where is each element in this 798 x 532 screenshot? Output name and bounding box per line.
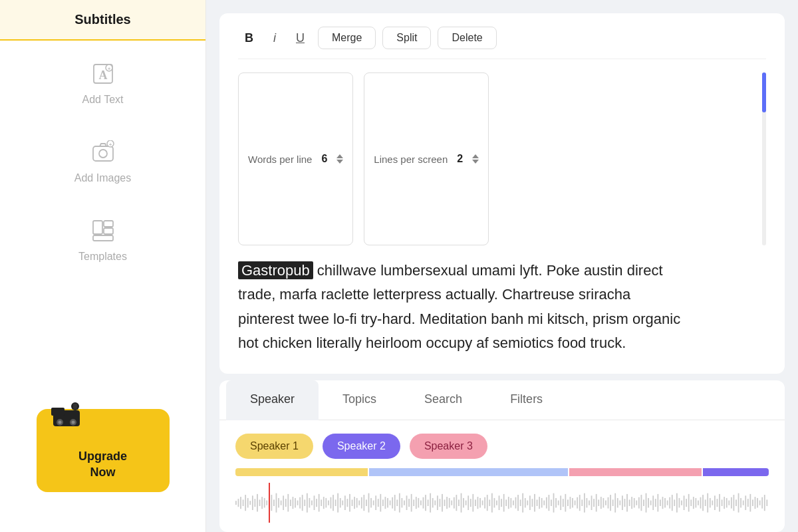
svg-rect-126 <box>487 495 488 511</box>
svg-rect-178 <box>610 495 611 511</box>
merge-button[interactable]: Merge <box>318 27 376 49</box>
tab-filters[interactable]: Filters <box>486 380 567 420</box>
words-per-line-label: Words per line <box>248 154 312 165</box>
svg-rect-157 <box>560 495 561 510</box>
delete-button[interactable]: Delete <box>438 27 496 49</box>
svg-rect-87 <box>394 495 396 511</box>
sidebar-item-add-text[interactable]: A + Add Text <box>0 41 205 119</box>
svg-rect-231 <box>735 499 737 506</box>
svg-rect-225 <box>722 499 723 506</box>
tab-speaker[interactable]: Speaker <box>226 380 319 420</box>
svg-rect-89 <box>399 493 400 512</box>
svg-rect-85 <box>390 500 391 505</box>
svg-rect-131 <box>499 495 500 510</box>
svg-rect-153 <box>551 499 552 506</box>
svg-rect-61 <box>332 495 334 511</box>
svg-rect-109 <box>446 497 448 509</box>
svg-rect-106 <box>440 499 441 507</box>
lines-down-arrow[interactable] <box>472 160 479 164</box>
svg-rect-140 <box>520 499 521 506</box>
svg-rect-176 <box>605 500 606 505</box>
svg-rect-110 <box>449 498 450 507</box>
playhead[interactable] <box>269 483 270 523</box>
svg-rect-103 <box>432 498 434 507</box>
svg-rect-201 <box>664 498 666 507</box>
svg-text:A: A <box>98 68 107 82</box>
sidebar-subtitles[interactable]: Subtitles <box>0 0 205 41</box>
underline-button[interactable]: U <box>289 27 311 49</box>
svg-rect-95 <box>413 499 414 506</box>
svg-rect-135 <box>508 497 509 509</box>
svg-rect-50 <box>307 493 308 512</box>
bold-button[interactable]: B <box>238 27 260 49</box>
tab-search[interactable]: Search <box>400 380 486 420</box>
svg-rect-113 <box>456 495 457 511</box>
waveform <box>235 483 769 523</box>
svg-rect-236 <box>747 499 749 507</box>
waveform-container[interactable] <box>235 483 769 523</box>
svg-rect-215 <box>698 500 699 505</box>
speaker-1-button[interactable]: Speaker 1 <box>235 434 313 459</box>
sidebar-item-templates[interactable]: Templates <box>0 198 205 276</box>
svg-rect-163 <box>575 500 576 505</box>
sidebar-item-add-images[interactable]: + Add Images <box>0 119 205 198</box>
svg-rect-223 <box>717 499 718 507</box>
svg-rect-161 <box>570 497 571 509</box>
speakers-row: Speaker 1 Speaker 2 Speaker 3 <box>219 420 785 468</box>
svg-rect-192 <box>643 499 644 506</box>
lines-per-screen-stepper[interactable] <box>472 154 479 164</box>
svg-rect-57 <box>323 497 325 509</box>
lines-per-screen-label: Lines per screen <box>374 154 448 165</box>
svg-rect-23 <box>243 499 244 506</box>
svg-rect-97 <box>418 498 419 507</box>
svg-rect-38 <box>278 498 279 507</box>
svg-rect-207 <box>679 498 680 507</box>
svg-rect-104 <box>434 500 436 505</box>
svg-rect-39 <box>281 500 282 505</box>
svg-rect-146 <box>534 494 535 512</box>
svg-rect-45 <box>295 498 296 507</box>
scrollbar-thumb[interactable] <box>762 72 766 112</box>
words-per-line-stepper[interactable] <box>336 154 343 164</box>
svg-rect-43 <box>290 499 291 506</box>
lines-up-arrow[interactable] <box>472 154 479 158</box>
svg-rect-41 <box>285 499 287 507</box>
svg-rect-185 <box>626 494 628 512</box>
svg-rect-4 <box>93 146 113 161</box>
svg-rect-44 <box>293 497 294 509</box>
svg-rect-46 <box>297 500 299 505</box>
svg-rect-151 <box>546 497 547 508</box>
words-up-arrow[interactable] <box>336 154 343 158</box>
svg-rect-219 <box>707 493 708 512</box>
upgrade-label: Upgrade Now <box>78 449 127 480</box>
split-button[interactable]: Split <box>382 27 431 49</box>
svg-rect-228 <box>728 500 730 505</box>
svg-rect-48 <box>302 495 303 511</box>
italic-button[interactable]: i <box>267 27 283 49</box>
svg-rect-74 <box>363 495 364 511</box>
words-down-arrow[interactable] <box>336 160 343 164</box>
speaker-2-button[interactable]: Speaker 2 <box>323 434 400 459</box>
upgrade-card[interactable]: Upgrade Now <box>37 409 170 492</box>
svg-rect-179 <box>612 499 614 506</box>
svg-rect-136 <box>510 498 511 507</box>
svg-rect-68 <box>349 494 350 512</box>
svg-rect-55 <box>319 494 320 512</box>
bottom-panel: Speaker Topics Search Filters Speaker 1 … <box>219 380 785 532</box>
svg-rect-114 <box>458 499 460 506</box>
svg-rect-190 <box>638 497 640 508</box>
svg-rect-240 <box>757 498 758 507</box>
tab-topics[interactable]: Topics <box>319 380 400 420</box>
svg-rect-49 <box>304 499 305 506</box>
svg-rect-120 <box>472 494 473 512</box>
speaker-3-button[interactable]: Speaker 3 <box>410 434 487 459</box>
svg-rect-100 <box>425 495 426 511</box>
svg-rect-213 <box>693 497 694 509</box>
svg-rect-86 <box>392 497 393 508</box>
svg-rect-220 <box>710 498 711 507</box>
svg-rect-230 <box>733 495 735 511</box>
svg-rect-82 <box>382 499 384 506</box>
svg-rect-200 <box>662 497 664 509</box>
svg-rect-26 <box>249 501 251 505</box>
svg-rect-165 <box>579 495 581 511</box>
